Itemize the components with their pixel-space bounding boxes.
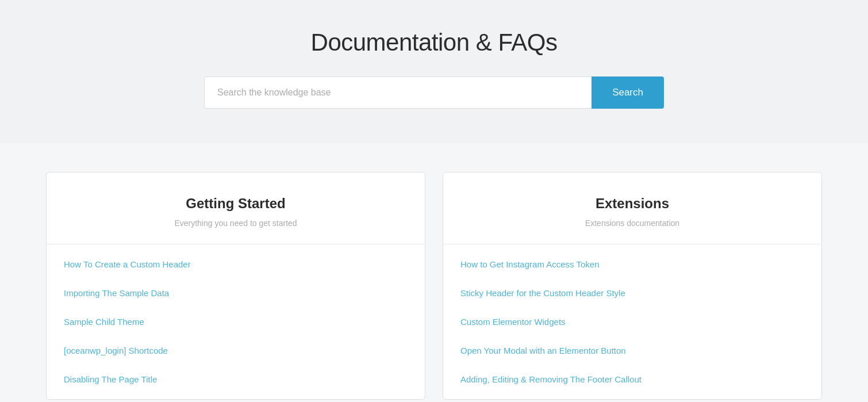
link-disabling-page-title[interactable]: Disabling The Page Title: [64, 365, 408, 393]
card-getting-started: Getting Started Everything you need to g…: [46, 172, 425, 400]
link-instagram-access-token[interactable]: How to Get Instagram Access Token: [460, 250, 804, 279]
search-bar: Search: [204, 76, 664, 109]
link-custom-header[interactable]: How To Create a Custom Header: [64, 250, 408, 279]
page-title: Documentation & FAQs: [11, 29, 857, 56]
card-subtitle-extensions: Extensions documentation: [460, 219, 804, 228]
link-sample-child-theme[interactable]: Sample Child Theme: [64, 308, 408, 336]
card-title-extensions: Extensions: [460, 196, 804, 212]
link-footer-callout[interactable]: Adding, Editing & Removing The Footer Ca…: [460, 365, 804, 393]
card-header-getting-started: Getting Started Everything you need to g…: [47, 173, 425, 244]
search-input[interactable]: [204, 76, 592, 109]
card-title-getting-started: Getting Started: [64, 196, 408, 212]
link-open-modal-elementor[interactable]: Open Your Modal with an Elementor Button: [460, 336, 804, 365]
link-oceanwp-login[interactable]: [oceanwp_login] Shortcode: [64, 336, 408, 365]
link-custom-elementor-widgets[interactable]: Custom Elementor Widgets: [460, 308, 804, 336]
card-subtitle-getting-started: Everything you need to get started: [64, 219, 408, 228]
search-button[interactable]: Search: [592, 76, 664, 109]
card-header-extensions: Extensions Extensions documentation: [443, 173, 821, 244]
link-importing-sample-data[interactable]: Importing The Sample Data: [64, 279, 408, 308]
card-links-extensions: How to Get Instagram Access Token Sticky…: [443, 244, 821, 399]
card-extensions: Extensions Extensions documentation How …: [443, 172, 822, 400]
cards-grid: Getting Started Everything you need to g…: [46, 172, 822, 400]
page-wrapper: Documentation & FAQs Search Getting Star…: [0, 0, 868, 402]
hero-section: Documentation & FAQs Search: [0, 0, 868, 143]
card-links-getting-started: How To Create a Custom Header Importing …: [47, 244, 425, 399]
cards-section: Getting Started Everything you need to g…: [0, 143, 868, 402]
link-sticky-header[interactable]: Sticky Header for the Custom Header Styl…: [460, 279, 804, 308]
